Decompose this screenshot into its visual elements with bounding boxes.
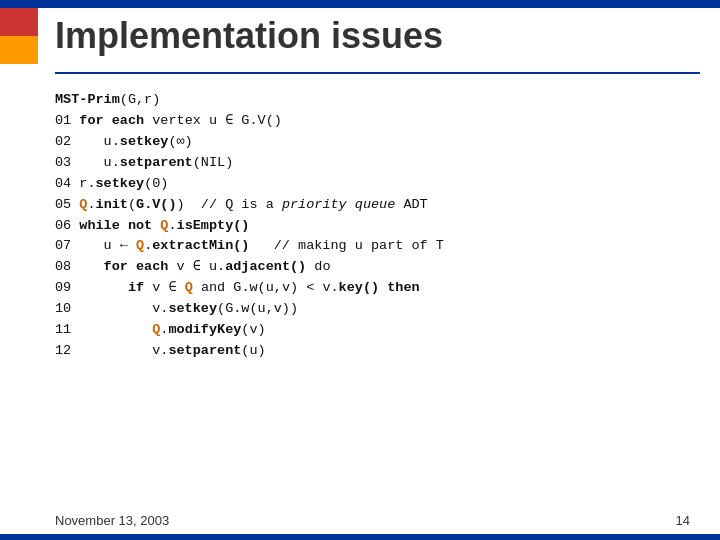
code-line-11: 11 Q.modifyKey(v) <box>55 320 700 341</box>
title-underline <box>55 72 700 74</box>
code-line-06: 06 while not Q.isEmpty() <box>55 216 700 237</box>
bottom-bar <box>0 534 720 540</box>
code-line-07: 07 u ← Q.extractMin() // making u part o… <box>55 236 700 257</box>
footer-date: November 13, 2003 <box>55 513 169 528</box>
code-line-02: 02 u.setkey(∞) <box>55 132 700 153</box>
code-line-09: 09 if v ∈ Q and G.w(u,v) < v.key() then <box>55 278 700 299</box>
red-square <box>0 8 38 36</box>
color-squares <box>0 8 38 64</box>
slide-title: Implementation issues <box>55 15 443 56</box>
code-line-05: 05 Q.init(G.V()) // Q is a priority queu… <box>55 195 700 216</box>
code-line-10: 10 v.setkey(G.w(u,v)) <box>55 299 700 320</box>
code-line-04: 04 r.setkey(0) <box>55 174 700 195</box>
code-line-03: 03 u.setparent(NIL) <box>55 153 700 174</box>
code-line-12: 12 v.setparent(u) <box>55 341 700 362</box>
code-line-01: 01 for each vertex u ∈ G.V() <box>55 111 700 132</box>
footer-page: 14 <box>676 513 690 528</box>
code-content: MST-Prim(G,r) 01 for each vertex u ∈ G.V… <box>55 90 700 362</box>
top-bar <box>0 0 720 8</box>
footer: November 13, 2003 14 <box>55 513 690 528</box>
orange-square <box>0 36 38 64</box>
slide: Implementation issues MST-Prim(G,r) 01 f… <box>0 0 720 540</box>
title-area: Implementation issues <box>55 15 700 57</box>
code-line-08: 08 for each v ∈ u.adjacent() do <box>55 257 700 278</box>
code-line-0: MST-Prim(G,r) <box>55 90 700 111</box>
